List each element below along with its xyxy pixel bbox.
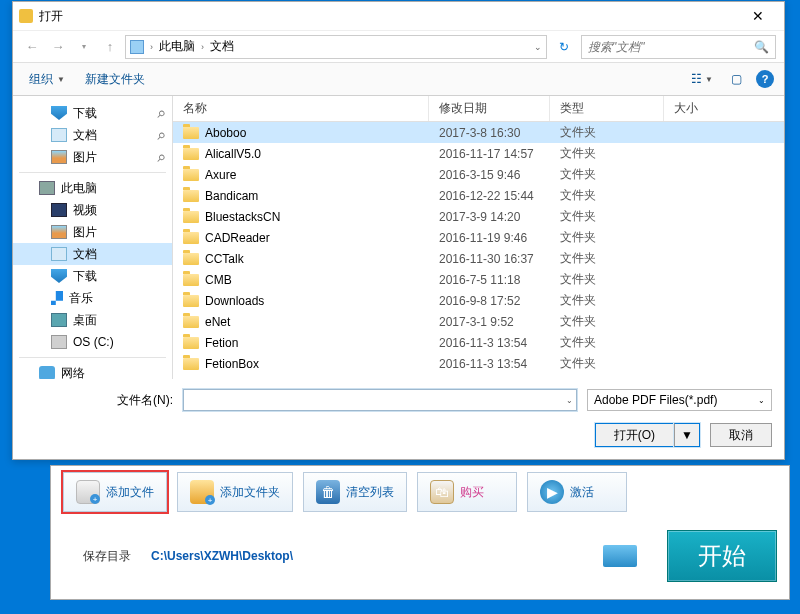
recent-locations-button[interactable]: ▾ bbox=[73, 36, 95, 58]
file-type: 文件夹 bbox=[550, 208, 664, 225]
file-rows[interactable]: Aboboo2017-3-8 16:30文件夹AlicallV5.02016-1… bbox=[173, 122, 784, 379]
activate-button[interactable]: ▶ 激活 bbox=[527, 472, 627, 512]
file-date: 2016-11-3 13:54 bbox=[429, 336, 550, 350]
play-icon: ▶ bbox=[540, 480, 564, 504]
clear-list-button[interactable]: 🗑 清空列表 bbox=[303, 472, 407, 512]
add-file-button[interactable]: 添加文件 bbox=[63, 472, 167, 512]
sidebar-item-downloads[interactable]: 下载⚲ bbox=[13, 102, 172, 124]
chevron-down-icon[interactable]: ⌄ bbox=[534, 42, 542, 52]
close-button[interactable]: ✕ bbox=[738, 4, 778, 28]
nav-bar: ← → ▾ ↑ › 此电脑 › 文档 ⌄ ↻ 🔍 bbox=[13, 30, 784, 62]
file-type: 文件夹 bbox=[550, 355, 664, 372]
file-row[interactable]: AlicallV5.02016-11-17 14:57文件夹 bbox=[173, 143, 784, 164]
folder-icon bbox=[183, 295, 199, 307]
search-input[interactable] bbox=[588, 40, 748, 54]
search-box[interactable]: 🔍 bbox=[581, 35, 776, 59]
file-name: FetionBox bbox=[205, 357, 259, 371]
folder-icon bbox=[183, 358, 199, 370]
file-date: 2017-3-9 14:20 bbox=[429, 210, 550, 224]
download-icon bbox=[51, 106, 67, 120]
network-icon bbox=[39, 366, 55, 379]
sidebar-item-drive-c[interactable]: OS (C:) bbox=[13, 331, 172, 353]
file-row[interactable]: BluestacksCN2017-3-9 14:20文件夹 bbox=[173, 206, 784, 227]
column-size[interactable]: 大小 bbox=[664, 96, 784, 121]
breadcrumb-documents[interactable]: 文档 bbox=[210, 38, 234, 55]
view-mode-button[interactable]: ☷ ▼ bbox=[688, 69, 716, 89]
file-date: 2016-12-22 15:44 bbox=[429, 189, 550, 203]
file-row[interactable]: Downloads2016-9-8 17:52文件夹 bbox=[173, 290, 784, 311]
shopping-bag-icon: 🛍 bbox=[430, 480, 454, 504]
open-button[interactable]: 打开(O) bbox=[595, 423, 674, 447]
file-name: AlicallV5.0 bbox=[205, 147, 261, 161]
column-date[interactable]: 修改日期 bbox=[429, 96, 550, 121]
folder-icon bbox=[183, 316, 199, 328]
file-name: Axure bbox=[205, 168, 236, 182]
sidebar-item-documents2[interactable]: 文档 bbox=[13, 243, 172, 265]
file-row[interactable]: eNet2017-3-1 9:52文件夹 bbox=[173, 311, 784, 332]
file-row[interactable]: Aboboo2017-3-8 16:30文件夹 bbox=[173, 122, 784, 143]
column-name[interactable]: 名称 bbox=[173, 96, 429, 121]
file-type: 文件夹 bbox=[550, 124, 664, 141]
open-dropdown-button[interactable]: ▼ bbox=[674, 423, 700, 447]
file-name: Fetion bbox=[205, 336, 238, 350]
file-row[interactable]: CCTalk2016-11-30 16:37文件夹 bbox=[173, 248, 784, 269]
file-name: eNet bbox=[205, 315, 230, 329]
trash-icon: 🗑 bbox=[316, 480, 340, 504]
sidebar-item-pictures[interactable]: 图片⚲ bbox=[13, 146, 172, 168]
file-type: 文件夹 bbox=[550, 250, 664, 267]
cancel-button[interactable]: 取消 bbox=[710, 423, 772, 447]
file-row[interactable]: CMB2016-7-5 11:18文件夹 bbox=[173, 269, 784, 290]
filename-label: 文件名(N): bbox=[25, 392, 173, 409]
sidebar-item-documents[interactable]: 文档⚲ bbox=[13, 124, 172, 146]
sidebar-item-downloads2[interactable]: 下载 bbox=[13, 265, 172, 287]
file-type: 文件夹 bbox=[550, 334, 664, 351]
dialog-footer: 文件名(N): ⌄ Adobe PDF Files(*.pdf) ⌄ 打开(O)… bbox=[13, 379, 784, 459]
file-open-dialog: 打开 ✕ ← → ▾ ↑ › 此电脑 › 文档 ⌄ ↻ 🔍 组织 ▼ 新建文件夹… bbox=[12, 1, 785, 460]
file-row[interactable]: FetionBox2016-11-3 13:54文件夹 bbox=[173, 353, 784, 374]
pictures-icon bbox=[51, 150, 67, 164]
file-row[interactable]: Bandicam2016-12-22 15:44文件夹 bbox=[173, 185, 784, 206]
file-row[interactable]: CADReader2016-11-19 9:46文件夹 bbox=[173, 227, 784, 248]
breadcrumb-thispc[interactable]: 此电脑 bbox=[159, 38, 195, 55]
browse-folder-button[interactable] bbox=[603, 545, 637, 567]
save-path-row: 保存目录 C:\Users\XZWH\Desktop\ 开始 bbox=[63, 530, 777, 582]
drive-icon bbox=[51, 335, 67, 349]
file-row[interactable]: Fetion2016-11-3 13:54文件夹 bbox=[173, 332, 784, 353]
filetype-dropdown[interactable]: Adobe PDF Files(*.pdf) ⌄ bbox=[587, 389, 772, 411]
preview-pane-button[interactable]: ▢ bbox=[722, 69, 750, 89]
file-type: 文件夹 bbox=[550, 145, 664, 162]
add-folder-button[interactable]: 添加文件夹 bbox=[177, 472, 293, 512]
file-row[interactable]: Axure2016-3-15 9:46文件夹 bbox=[173, 164, 784, 185]
computer-icon bbox=[39, 181, 55, 195]
sidebar-item-pictures2[interactable]: 图片 bbox=[13, 221, 172, 243]
start-button[interactable]: 开始 bbox=[667, 530, 777, 582]
up-button[interactable]: ↑ bbox=[99, 36, 121, 58]
chevron-right-icon: › bbox=[150, 42, 153, 52]
file-type: 文件夹 bbox=[550, 229, 664, 246]
sidebar-item-network[interactable]: 网络 bbox=[13, 362, 172, 379]
file-date: 2017-3-8 16:30 bbox=[429, 126, 550, 140]
column-type[interactable]: 类型 bbox=[550, 96, 664, 121]
file-type: 文件夹 bbox=[550, 166, 664, 183]
chevron-down-icon[interactable]: ⌄ bbox=[566, 396, 573, 405]
sidebar-item-music[interactable]: 音乐 bbox=[13, 287, 172, 309]
new-folder-button[interactable]: 新建文件夹 bbox=[79, 68, 151, 91]
refresh-button[interactable]: ↻ bbox=[551, 35, 577, 59]
app-icon bbox=[19, 9, 33, 23]
help-button[interactable]: ? bbox=[756, 70, 774, 88]
file-date: 2016-9-8 17:52 bbox=[429, 294, 550, 308]
buy-button[interactable]: 🛍 购买 bbox=[417, 472, 517, 512]
address-bar[interactable]: › 此电脑 › 文档 ⌄ bbox=[125, 35, 547, 59]
sidebar-item-videos[interactable]: 视频 bbox=[13, 199, 172, 221]
sidebar-item-desktop[interactable]: 桌面 bbox=[13, 309, 172, 331]
organize-button[interactable]: 组织 ▼ bbox=[23, 68, 71, 91]
document-icon bbox=[51, 128, 67, 142]
file-date: 2017-3-1 9:52 bbox=[429, 315, 550, 329]
forward-button[interactable]: → bbox=[47, 36, 69, 58]
dialog-title: 打开 bbox=[39, 8, 63, 25]
sidebar-item-thispc[interactable]: 此电脑 bbox=[13, 177, 172, 199]
search-icon: 🔍 bbox=[754, 40, 769, 54]
file-name: CADReader bbox=[205, 231, 270, 245]
filename-input[interactable] bbox=[183, 389, 577, 411]
back-button[interactable]: ← bbox=[21, 36, 43, 58]
